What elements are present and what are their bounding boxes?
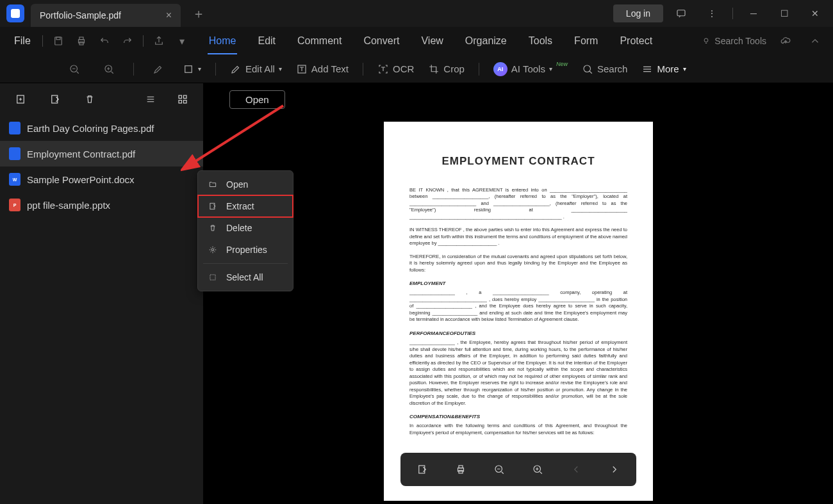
print-icon[interactable] bbox=[71, 31, 92, 51]
ai-tools[interactable]: AIAI Tools▾New bbox=[493, 62, 568, 76]
ctx-open[interactable]: Open bbox=[198, 174, 293, 195]
document-tab[interactable]: Portfolio-Sample.pdf × bbox=[31, 4, 181, 27]
ctx-select-all[interactable]: Select All bbox=[198, 266, 293, 288]
tab-tools[interactable]: Tools bbox=[527, 30, 554, 52]
app-icon bbox=[6, 4, 24, 22]
zoom-in-page-icon[interactable] bbox=[527, 459, 548, 480]
svg-rect-4 bbox=[79, 37, 83, 40]
dropdown-icon[interactable]: ▾ bbox=[172, 31, 192, 51]
login-button[interactable]: Log in bbox=[613, 4, 663, 22]
tab-protect[interactable]: Protect bbox=[618, 30, 654, 52]
document-page: EMPLOYMENT CONTRACT BE IT KNOWN , that t… bbox=[384, 122, 653, 501]
ctx-properties[interactable]: Properties bbox=[198, 239, 293, 261]
svg-rect-20 bbox=[459, 466, 463, 468]
svg-rect-21 bbox=[459, 471, 463, 474]
print-page-icon[interactable] bbox=[450, 459, 471, 480]
tab-home[interactable]: Home bbox=[208, 30, 238, 52]
open-button[interactable]: Open bbox=[229, 90, 285, 109]
list-view-icon[interactable] bbox=[140, 89, 161, 110]
shape-tool[interactable]: ▾ bbox=[183, 63, 201, 75]
zoom-out-page-icon[interactable] bbox=[489, 459, 509, 480]
svg-rect-5 bbox=[79, 42, 83, 45]
file-item[interactable]: W Sample PowerPoint.docx bbox=[0, 167, 203, 192]
close-window-icon[interactable]: ✕ bbox=[802, 3, 828, 24]
add-text-tool[interactable]: Add Text bbox=[296, 63, 349, 75]
save-icon[interactable] bbox=[48, 31, 69, 51]
maximize-icon[interactable]: ☐ bbox=[771, 3, 797, 24]
document-viewer: Open EMPLOYMENT CONTRACT BE IT KNOWN , t… bbox=[204, 83, 833, 504]
doc-title: EMPLOYMENT CONTRACT bbox=[409, 154, 627, 169]
extract-menu-icon bbox=[207, 200, 219, 212]
ctx-extract[interactable]: Extract bbox=[198, 195, 293, 217]
svg-rect-2 bbox=[56, 37, 60, 40]
tab-edit[interactable]: Edit bbox=[256, 30, 277, 52]
tab-organize[interactable]: Organize bbox=[464, 30, 508, 52]
share-icon[interactable] bbox=[149, 31, 169, 51]
svg-rect-14 bbox=[179, 95, 182, 99]
prev-page-icon[interactable] bbox=[566, 459, 586, 480]
word-icon: W bbox=[9, 173, 21, 186]
document-area[interactable]: EMPLOYMENT CONTRACT BE IT KNOWN , that t… bbox=[204, 115, 833, 504]
ctx-delete[interactable]: Delete bbox=[198, 217, 293, 239]
ocr-tool[interactable]: OCR bbox=[377, 63, 414, 75]
svg-point-25 bbox=[211, 248, 214, 251]
pdf-icon bbox=[9, 147, 21, 160]
file-item[interactable]: P ppt file-sample.pptx bbox=[0, 192, 203, 218]
ai-icon: AI bbox=[493, 62, 507, 76]
sidebar: Earth Day Coloring Pages.pdf Employment … bbox=[0, 83, 204, 504]
edit-all-tool[interactable]: Edit All▾ bbox=[230, 63, 282, 75]
undo-icon[interactable] bbox=[94, 31, 115, 51]
kebab-menu-icon[interactable]: ⋮ bbox=[699, 3, 725, 24]
new-tab-button[interactable]: ＋ bbox=[192, 5, 205, 22]
redo-icon[interactable] bbox=[117, 31, 138, 51]
highlighter-icon[interactable] bbox=[148, 59, 169, 79]
add-file-icon[interactable] bbox=[10, 89, 31, 110]
sidebar-toolbar bbox=[0, 83, 203, 115]
main-area: Earth Day Coloring Pages.pdf Employment … bbox=[0, 83, 833, 504]
file-menu[interactable]: File bbox=[8, 31, 37, 51]
tab-title: Portfolio-Sample.pdf bbox=[40, 10, 121, 20]
file-item[interactable]: Earth Day Coloring Pages.pdf bbox=[0, 115, 203, 141]
extract-page-icon[interactable] bbox=[412, 459, 433, 480]
context-menu: Open Extract Delete Properties Select Al… bbox=[197, 170, 293, 291]
close-tab-icon[interactable]: × bbox=[166, 10, 172, 21]
file-item[interactable]: Employment Contract.pdf bbox=[0, 141, 203, 167]
tab-convert[interactable]: Convert bbox=[362, 30, 400, 52]
svg-rect-1 bbox=[55, 37, 62, 45]
zoom-out-icon[interactable] bbox=[64, 59, 85, 79]
svg-rect-13 bbox=[52, 95, 58, 103]
trash-icon bbox=[207, 222, 219, 234]
tab-form[interactable]: Form bbox=[573, 30, 599, 52]
search-tool[interactable]: Search bbox=[582, 63, 628, 75]
titlebar: Portfolio-Sample.pdf × ＋ Log in ⋮ ─ ☐ ✕ bbox=[0, 0, 833, 27]
zoom-in-icon[interactable] bbox=[99, 59, 119, 79]
svg-rect-17 bbox=[184, 101, 187, 104]
ppt-icon: P bbox=[9, 199, 21, 211]
crop-tool[interactable]: Crop bbox=[428, 63, 465, 75]
tab-view[interactable]: View bbox=[420, 30, 444, 52]
svg-rect-18 bbox=[419, 466, 425, 473]
svg-rect-26 bbox=[210, 275, 215, 280]
svg-rect-9 bbox=[185, 65, 192, 72]
minimize-icon[interactable]: ─ bbox=[741, 3, 766, 24]
collapse-icon[interactable] bbox=[805, 31, 825, 51]
grid-view-icon[interactable] bbox=[172, 89, 193, 110]
menu-tabs: Home Edit Comment Convert View Organize … bbox=[208, 30, 654, 52]
extract-icon[interactable] bbox=[45, 89, 65, 110]
feedback-icon[interactable] bbox=[668, 3, 694, 24]
svg-rect-16 bbox=[179, 101, 182, 104]
svg-point-11 bbox=[584, 65, 591, 72]
search-tools-button[interactable]: Search Tools bbox=[702, 36, 766, 46]
toolbar: ▾ Edit All▾ Add Text OCR Crop AIAI Tools… bbox=[0, 55, 833, 83]
cloud-icon[interactable] bbox=[775, 31, 796, 51]
delete-icon[interactable] bbox=[79, 89, 100, 110]
next-page-icon[interactable] bbox=[604, 459, 625, 480]
file-name: ppt file-sample.pptx bbox=[27, 200, 110, 211]
file-name: Earth Day Coloring Pages.pdf bbox=[27, 123, 154, 134]
tab-comment[interactable]: Comment bbox=[296, 30, 343, 52]
svg-rect-0 bbox=[677, 10, 685, 16]
file-name: Employment Contract.pdf bbox=[27, 149, 135, 159]
file-list: Earth Day Coloring Pages.pdf Employment … bbox=[0, 115, 203, 504]
select-all-icon bbox=[207, 272, 219, 283]
more-tool[interactable]: More▾ bbox=[641, 63, 686, 75]
